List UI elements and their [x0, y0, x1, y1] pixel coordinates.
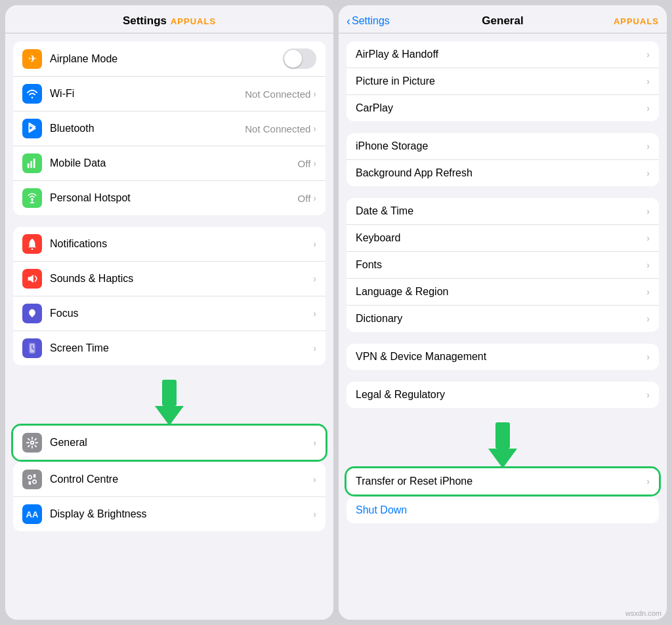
vpn-group: VPN & Device Management › [346, 344, 659, 370]
svg-rect-1 [30, 161, 32, 168]
right-settings-content: AirPlay & Handoff › Picture in Picture ›… [339, 33, 667, 607]
left-down-arrow [155, 380, 184, 426]
keyboard-label: Keyboard [356, 232, 646, 244]
fonts-row[interactable]: Fonts › [346, 252, 659, 279]
back-button[interactable]: ‹ Settings [346, 14, 390, 28]
datetime-chevron: › [646, 206, 650, 216]
locale-group: Date & Time › Keyboard › Fonts › Languag… [346, 198, 659, 332]
bluetooth-value: Not Connected [245, 123, 310, 134]
left-settings-content: ✈ Airplane Mode Wi-Fi Not Connected [5, 33, 333, 620]
airplane-label: Airplane Mode [50, 53, 283, 65]
right-logo: APPUALS [614, 16, 659, 26]
bluetooth-chevron: › [313, 123, 316, 134]
pip-row[interactable]: Picture in Picture › [346, 68, 659, 95]
notifications-label: Notifications [50, 238, 313, 250]
mobile-data-row[interactable]: Mobile Data Off › [13, 146, 326, 181]
transfer-label: Transfer or Reset iPhone [356, 475, 646, 487]
language-row[interactable]: Language & Region › [346, 279, 659, 306]
display-chevron: › [313, 509, 316, 519]
right-down-arrow [488, 422, 517, 468]
legal-chevron: › [646, 390, 650, 400]
datetime-label: Date & Time [356, 205, 646, 217]
general-row[interactable]: General › [13, 426, 326, 460]
right-arrow-container [339, 420, 667, 468]
display-row[interactable]: AA Display & Brightness › [13, 497, 326, 531]
keyboard-row[interactable]: Keyboard › [346, 225, 659, 252]
right-title: General [482, 14, 523, 28]
svg-point-6 [32, 249, 33, 250]
sounds-chevron: › [313, 273, 316, 284]
svg-point-11 [33, 480, 36, 483]
wifi-value: Not Connected [245, 89, 310, 100]
legal-group: Legal & Regulatory › [346, 382, 659, 408]
dictionary-row[interactable]: Dictionary › [346, 306, 659, 332]
vpn-label: VPN & Device Management [356, 351, 646, 363]
left-title: Settings [123, 14, 167, 28]
left-arrow-container [5, 377, 333, 426]
iphone-storage-label: iPhone Storage [356, 140, 646, 152]
wifi-icon [22, 84, 42, 104]
general-label: General [50, 437, 313, 449]
fonts-label: Fonts [356, 259, 646, 271]
notifications-chevron: › [313, 239, 316, 249]
screentime-label: Screen Time [50, 342, 313, 354]
bluetooth-icon [22, 119, 42, 138]
shutdown-label: Shut Down [356, 504, 650, 516]
shutdown-group: Shut Down [346, 497, 659, 523]
general-group: General › [13, 426, 326, 460]
svg-rect-2 [33, 159, 35, 168]
hotspot-icon [22, 188, 42, 208]
hotspot-chevron: › [313, 193, 316, 203]
bg-refresh-row[interactable]: Background App Refresh › [346, 160, 659, 186]
wifi-row[interactable]: Wi-Fi Not Connected › [13, 77, 326, 111]
airplane-toggle[interactable] [283, 49, 316, 69]
svg-rect-12 [29, 481, 32, 485]
airplay-chevron: › [646, 49, 650, 60]
iphone-storage-row[interactable]: iPhone Storage › [346, 133, 659, 160]
airplay-group: AirPlay & Handoff › Picture in Picture ›… [346, 41, 659, 121]
legal-label: Legal & Regulatory [356, 389, 646, 401]
notifications-row[interactable]: Notifications › [13, 227, 326, 262]
hotspot-value: Off [298, 193, 311, 204]
keyboard-chevron: › [646, 233, 650, 243]
carplay-row[interactable]: CarPlay › [346, 95, 659, 121]
pip-chevron: › [646, 76, 650, 87]
storage-group: iPhone Storage › Background App Refresh … [346, 133, 659, 186]
screentime-row[interactable]: Screen Time › [13, 331, 326, 365]
bluetooth-row[interactable]: Bluetooth Not Connected › [13, 111, 326, 146]
focus-chevron: › [313, 308, 316, 319]
mobile-data-value: Off [298, 158, 311, 169]
control-icon [22, 470, 42, 489]
airplay-label: AirPlay & Handoff [356, 49, 646, 60]
legal-row[interactable]: Legal & Regulatory › [346, 382, 659, 408]
focus-icon [22, 304, 42, 323]
hotspot-label: Personal Hotspot [50, 192, 298, 204]
iphone-storage-chevron: › [646, 141, 650, 151]
transfer-row[interactable]: Transfer or Reset iPhone › [346, 468, 659, 494]
left-header: Settings APPUALS [5, 5, 333, 33]
shutdown-row[interactable]: Shut Down [346, 497, 659, 523]
apps-group: Notifications › Sounds & Haptics › [13, 227, 326, 365]
right-arrow-shaft [495, 422, 510, 449]
screentime-icon [22, 338, 42, 358]
hotspot-row[interactable]: Personal Hotspot Off › [13, 181, 326, 215]
airplane-row[interactable]: ✈ Airplane Mode [13, 41, 326, 77]
general-chevron: › [313, 437, 316, 448]
mobile-data-icon [22, 153, 42, 173]
mobile-data-chevron: › [313, 158, 316, 169]
control-chevron: › [313, 474, 316, 485]
transfer-chevron: › [646, 476, 650, 487]
bg-refresh-label: Background App Refresh [356, 167, 646, 179]
arrow-shaft [162, 380, 177, 406]
datetime-row[interactable]: Date & Time › [346, 198, 659, 225]
vpn-row[interactable]: VPN & Device Management › [346, 344, 659, 370]
dictionary-label: Dictionary [356, 313, 646, 325]
left-logo: APPUALS [171, 16, 216, 26]
airplay-row[interactable]: AirPlay & Handoff › [346, 41, 659, 68]
focus-row[interactable]: Focus › [13, 296, 326, 331]
control-centre-row[interactable]: Control Centre › [13, 462, 326, 497]
left-panel: Settings APPUALS ✈ Airplane Mode [5, 5, 333, 620]
transfer-group: Transfer or Reset iPhone › [346, 468, 659, 494]
mobile-data-label: Mobile Data [50, 157, 298, 169]
sounds-row[interactable]: Sounds & Haptics › [13, 262, 326, 296]
